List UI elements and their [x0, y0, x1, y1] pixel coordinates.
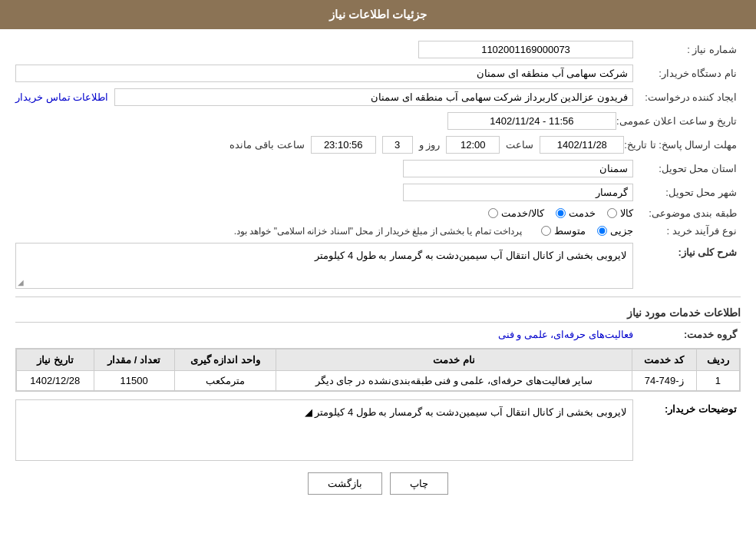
notes-resize-handle: ◢ — [305, 406, 312, 418]
service-group-row: گروه خدمت: فعالیت‌های حرفه‌ای، علمی و فن… — [15, 329, 741, 340]
deadline-label: مهلت ارسال پاسخ: تا تاریخ: — [624, 139, 741, 151]
city-row: شهر محل تحویل: — [15, 184, 741, 201]
main-content: شماره نیاز : نام دستگاه خریدار: ایجاد کن… — [0, 29, 756, 518]
creator-label: ایجاد کننده درخواست: — [633, 91, 741, 103]
services-table-container: ردیف کد خدمت نام خدمت واحد اندازه گیری ت… — [15, 348, 741, 392]
purchase-jozii-radio[interactable] — [597, 226, 607, 236]
divider-1 — [15, 297, 741, 297]
cell-unit: مترمکعب — [174, 371, 276, 391]
date-row: تاریخ و ساعت اعلان عمومی: — [15, 112, 741, 130]
purchase-type-group: جزیی متوسط پرداخت تمام یا بخشی از مبلغ خ… — [234, 225, 633, 237]
need-number-label: شماره نیاز : — [633, 44, 741, 55]
creator-row: ایجاد کننده درخواست: اطلاعات تماس خریدار — [15, 88, 741, 106]
table-row: 1 ز-749-74 سایر فعالیت‌های حرفه‌ای، علمی… — [17, 371, 740, 391]
deadline-days-input[interactable] — [382, 136, 413, 154]
creator-contact-link[interactable]: اطلاعات تماس خریدار — [15, 91, 108, 103]
back-button[interactable]: بازگشت — [308, 472, 382, 495]
need-description-box[interactable]: لایروبی بخشی از کانال انتقال آب سیمین‌دش… — [15, 243, 633, 289]
date-input[interactable] — [447, 112, 616, 130]
form-section: شماره نیاز : نام دستگاه خریدار: ایجاد کن… — [15, 41, 741, 461]
category-kala-khedmat-label: کالا/خدمت — [501, 207, 544, 219]
table-header-row: ردیف کد خدمت نام خدمت واحد اندازه گیری ت… — [17, 350, 740, 371]
city-label: شهر محل تحویل: — [633, 187, 741, 198]
purchase-type-description: پرداخت تمام یا بخشی از مبلغ خریدار از مح… — [234, 226, 522, 237]
category-khedmat-item: خدمت — [556, 207, 596, 219]
province-label: استان محل تحویل: — [633, 163, 741, 174]
col-header-service-name: نام خدمت — [276, 350, 632, 371]
deadline-days-label: روز و — [419, 139, 441, 151]
services-section-title: اطلاعات خدمات مورد نیاز — [15, 306, 741, 323]
need-number-row: شماره نیاز : — [15, 41, 741, 58]
purchase-jozii-item: جزیی — [597, 225, 633, 237]
deadline-remaining-input[interactable] — [311, 136, 376, 154]
need-number-input[interactable] — [418, 41, 633, 58]
resize-handle: ◢ — [18, 278, 24, 287]
buyer-org-label: نام دستگاه خریدار: — [633, 68, 741, 79]
buyer-notes-text: لایروبی بخشی از کانال انتقال آب سیمین‌دش… — [315, 406, 626, 418]
category-kala-khedmat-radio[interactable] — [488, 208, 498, 218]
buttons-row: چاپ بازگشت — [15, 472, 741, 495]
col-header-row-num: ردیف — [696, 350, 739, 371]
cell-date-needed: 1402/12/28 — [17, 371, 94, 391]
buyer-notes-label: توضیحات خریدار: — [633, 399, 741, 415]
date-label: تاریخ و ساعت اعلان عمومی: — [616, 115, 741, 127]
province-row: استان محل تحویل: — [15, 160, 741, 177]
page-header: جزئیات اطلاعات نیاز — [0, 0, 756, 29]
purchase-motavaset-label: متوسط — [554, 225, 586, 237]
deadline-time-label: ساعت — [506, 139, 533, 151]
category-khedmat-label: خدمت — [569, 207, 596, 219]
need-description-text: لایروبی بخشی از کانال انتقال آب سیمین‌دش… — [315, 250, 626, 261]
print-button[interactable]: چاپ — [390, 472, 448, 495]
page-title: جزئیات اطلاعات نیاز — [329, 8, 427, 21]
category-kala-radio[interactable] — [607, 208, 617, 218]
need-description-row: شرح کلی نیاز: لایروبی بخشی از کانال انتق… — [15, 243, 741, 289]
cell-service-code: ز-749-74 — [632, 371, 696, 391]
services-table: ردیف کد خدمت نام خدمت واحد اندازه گیری ت… — [16, 349, 740, 391]
purchase-motavaset-radio[interactable] — [541, 226, 551, 236]
province-input[interactable] — [403, 160, 633, 177]
purchase-jozii-label: جزیی — [610, 225, 633, 237]
category-radio-group: کالا خدمت کالا/خدمت — [488, 207, 633, 219]
creator-input[interactable] — [114, 88, 633, 106]
col-header-service-code: کد خدمت — [632, 350, 696, 371]
purchase-type-row: نوع فرآیند خرید : جزیی متوسط پرداخت تمام… — [15, 225, 741, 237]
col-header-date-needed: تاریخ نیاز — [17, 350, 94, 371]
deadline-date-input[interactable] — [540, 136, 624, 154]
buyer-org-input[interactable] — [15, 65, 633, 82]
purchase-motavaset-item: متوسط — [541, 225, 586, 237]
service-group-value[interactable]: فعالیت‌های حرفه‌ای، علمی و فنی — [498, 329, 633, 340]
deadline-row: مهلت ارسال پاسخ: تا تاریخ: ساعت روز و سا… — [15, 136, 741, 154]
col-header-quantity: تعداد / مقدار — [94, 350, 174, 371]
cell-row-num: 1 — [696, 371, 739, 391]
category-row: طبقه بندی موضوعی: کالا خدمت کالا/خدمت — [15, 207, 741, 219]
category-khedmat-radio[interactable] — [556, 208, 566, 218]
purchase-type-label: نوع فرآیند خرید : — [633, 225, 741, 237]
cell-service-name: سایر فعالیت‌های حرفه‌ای، علمی و فنی طبقه… — [276, 371, 632, 391]
category-kala-khedmat-item: کالا/خدمت — [488, 207, 544, 219]
need-description-label: شرح کلی نیاز: — [633, 243, 741, 258]
category-label: طبقه بندی موضوعی: — [633, 207, 741, 219]
category-kala-label: کالا — [620, 207, 633, 219]
cell-quantity: 11500 — [94, 371, 174, 391]
page-wrapper: جزئیات اطلاعات نیاز شماره نیاز : نام دست… — [0, 0, 756, 540]
service-group-label: گروه خدمت: — [633, 329, 741, 340]
col-header-unit: واحد اندازه گیری — [174, 350, 276, 371]
deadline-time-input[interactable] — [446, 136, 500, 154]
buyer-notes-box[interactable]: لایروبی بخشی از کانال انتقال آب سیمین‌دش… — [15, 399, 633, 461]
category-kala-item: کالا — [607, 207, 633, 219]
deadline-remaining-label: ساعت باقی مانده — [229, 139, 304, 151]
buyer-org-row: نام دستگاه خریدار: — [15, 65, 741, 82]
city-input[interactable] — [403, 184, 633, 201]
deadline-group: ساعت روز و ساعت باقی مانده — [15, 136, 624, 154]
buyer-notes-row: توضیحات خریدار: لایروبی بخشی از کانال ان… — [15, 399, 741, 461]
creator-group: اطلاعات تماس خریدار — [15, 88, 633, 106]
